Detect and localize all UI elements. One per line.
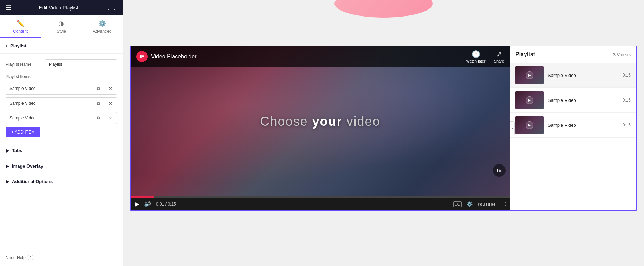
playlist-item-3-text: Sample Video	[6, 113, 92, 123]
choose-part1: Choose	[260, 114, 312, 129]
playlist-item-info-2: Sample Video	[548, 98, 618, 103]
playlist-name-label: Playlist Name	[6, 62, 41, 67]
playlist-item-3: Sample Video ⧉ ✕	[6, 112, 117, 124]
share-button[interactable]: ↗ Share	[494, 50, 504, 63]
playlist-item-title-1: Sample Video	[548, 73, 618, 78]
playlist-item-info-3: Sample Video	[548, 123, 618, 128]
fullscreen-button[interactable]: ⛶	[501, 201, 506, 207]
play-circle-icon-3: ▶	[526, 121, 533, 129]
choose-video-text: Choose your video	[260, 114, 380, 129]
playlist-item-2-text: Sample Video	[6, 98, 92, 109]
playlist-section-label: Playlist	[10, 43, 26, 48]
progress-bar[interactable]	[131, 196, 510, 198]
help-circle-icon: ?	[28, 255, 33, 260]
playlist-section-header[interactable]: ▾ Playlist	[0, 38, 123, 54]
tab-style-label: Style	[57, 29, 66, 34]
playlist-panel-item-1[interactable]: ▶ Sample Video 0:16	[510, 63, 636, 88]
elementor-logo-icon: IE	[136, 51, 148, 62]
need-help-row[interactable]: Need Help ?	[0, 249, 123, 266]
playlist-count: 3 Videos	[613, 52, 631, 57]
sidebar-title: Edit Video Playlist	[11, 5, 106, 11]
playlist-thumb-2-play: ▶	[515, 91, 544, 109]
choose-bold-text: your	[312, 114, 343, 129]
add-item-label: + ADD ITEM	[11, 130, 35, 135]
play-button[interactable]: ▶	[135, 201, 139, 207]
play-circle-icon-2: ▶	[526, 96, 533, 104]
tab-advanced[interactable]: ⚙️ Advanced	[82, 15, 123, 38]
video-placeholder-label: Video Placeholder	[151, 53, 197, 60]
playlist-item-1-remove-button[interactable]: ✕	[104, 83, 117, 94]
hamburger-icon[interactable]: ☰	[6, 4, 11, 12]
video-background: Choose your video IE	[131, 46, 510, 196]
tabs-chevron-icon: ▶	[6, 148, 9, 153]
playlist-thumb-1: ▶	[515, 66, 544, 84]
tab-content[interactable]: ✏️ Content	[0, 15, 41, 38]
playlist-name-input[interactable]	[45, 59, 117, 69]
video-main: IE Video Placeholder 🕐 Watch later ↗ Sha…	[131, 46, 510, 210]
total-time: 0:15	[168, 202, 176, 207]
cc-button[interactable]: CC	[453, 201, 462, 207]
tab-content-label: Content	[13, 29, 28, 34]
grid-icon[interactable]: ⋮⋮	[106, 5, 117, 11]
tab-style[interactable]: ◑ Style	[41, 15, 82, 38]
playlist-item-duration-1: 0:16	[623, 73, 631, 78]
time-display: 0:01 / 0:15	[156, 202, 176, 207]
watch-later-label: Watch later	[466, 59, 485, 63]
playlist-panel-header: Playlist 3 Videos	[510, 46, 636, 63]
playlist-item-2: Sample Video ⧉ ✕	[6, 97, 117, 109]
playlist-item-1-duplicate-button[interactable]: ⧉	[92, 83, 104, 94]
playlist-item-duration-2: 0:16	[623, 98, 631, 103]
playlist-item-2-duplicate-button[interactable]: ⧉	[92, 98, 104, 109]
add-item-button[interactable]: + ADD ITEM	[6, 127, 40, 137]
tabs-bar: ✏️ Content ◑ Style ⚙️ Advanced	[0, 15, 123, 38]
volume-button[interactable]: 🔊	[144, 201, 151, 207]
playlist-panel-item-2[interactable]: ▶ Sample Video 0:16	[510, 88, 636, 113]
playlist-thumb-2: ▶	[515, 91, 544, 109]
progress-bar-fill	[131, 196, 154, 198]
additional-options-section-header[interactable]: ▶ Additional Options	[0, 174, 123, 189]
playlist-section-body: Playlist Name Playlist Items Sample Vide…	[0, 54, 123, 143]
play-circle-icon-1: ▶	[526, 71, 533, 79]
playlist-thumb-3: ▶	[515, 116, 544, 134]
playlist-panel-title: Playlist	[515, 51, 535, 58]
playlist-name-row: Playlist Name	[6, 59, 117, 69]
tab-advanced-label: Advanced	[93, 29, 111, 34]
watch-later-button[interactable]: 🕐 Watch later	[466, 50, 485, 63]
controls-right: CC ⚙️ YouTube ⛶	[453, 201, 506, 207]
tabs-section-header[interactable]: ▶ Tabs	[0, 143, 123, 158]
sidebar-header: ☰ Edit Video Playlist ⋮⋮	[0, 0, 123, 15]
controls-left: ▶ 🔊 0:01 / 0:15	[135, 201, 176, 207]
playlist-item-2-remove-button[interactable]: ✕	[104, 98, 117, 109]
share-label: Share	[494, 59, 504, 63]
main-content: IE Video Placeholder 🕐 Watch later ↗ Sha…	[123, 0, 644, 266]
image-overlay-section-label: Image Overlay	[12, 163, 43, 169]
choose-underline-decoration	[312, 130, 343, 130]
playlist-item-3-remove-button[interactable]: ✕	[104, 113, 117, 124]
additional-options-chevron-icon: ▶	[6, 179, 9, 184]
playlist-item-1: Sample Video ⧉ ✕	[6, 83, 117, 95]
current-time: 0:01	[156, 202, 164, 207]
tabs-section-label: Tabs	[12, 148, 22, 153]
collapse-handle-button[interactable]: ◂	[510, 121, 515, 135]
playlist-item-3-duplicate-button[interactable]: ⧉	[92, 112, 104, 124]
top-decoration	[334, 0, 433, 18]
watermark-ie-text: IE	[497, 168, 501, 173]
playlist-item-info-1: Sample Video	[548, 73, 618, 78]
video-topbar: IE Video Placeholder 🕐 Watch later ↗ Sha…	[131, 46, 510, 67]
playlist-item-duration-3: 0:16	[623, 123, 631, 128]
video-controls: ▶ 🔊 0:01 / 0:15 CC ⚙️ YouTube ⛶	[131, 196, 510, 210]
share-icon: ↗	[496, 50, 502, 58]
playlist-item-1-text: Sample Video	[6, 83, 92, 94]
image-overlay-section-header[interactable]: ▶ Image Overlay	[0, 158, 123, 174]
settings-button[interactable]: ⚙️	[467, 201, 473, 207]
playlist-items-label: Playlist Items	[6, 74, 117, 79]
playlist-item-title-3: Sample Video	[548, 123, 618, 128]
style-icon: ◑	[58, 20, 64, 27]
video-watermark-icon: IE	[493, 164, 506, 177]
additional-options-section-label: Additional Options	[12, 179, 53, 184]
playlist-thumb-1-play: ▶	[515, 66, 544, 84]
playlist-panel-item-3[interactable]: ▶ Sample Video 0:16	[510, 113, 636, 138]
playlist-section: ▾ Playlist Playlist Name Playlist Items …	[0, 38, 123, 143]
playlist-panel-items: ▶ Sample Video 0:16 ▶ Sample	[510, 63, 636, 210]
need-help-label: Need Help	[6, 255, 26, 260]
